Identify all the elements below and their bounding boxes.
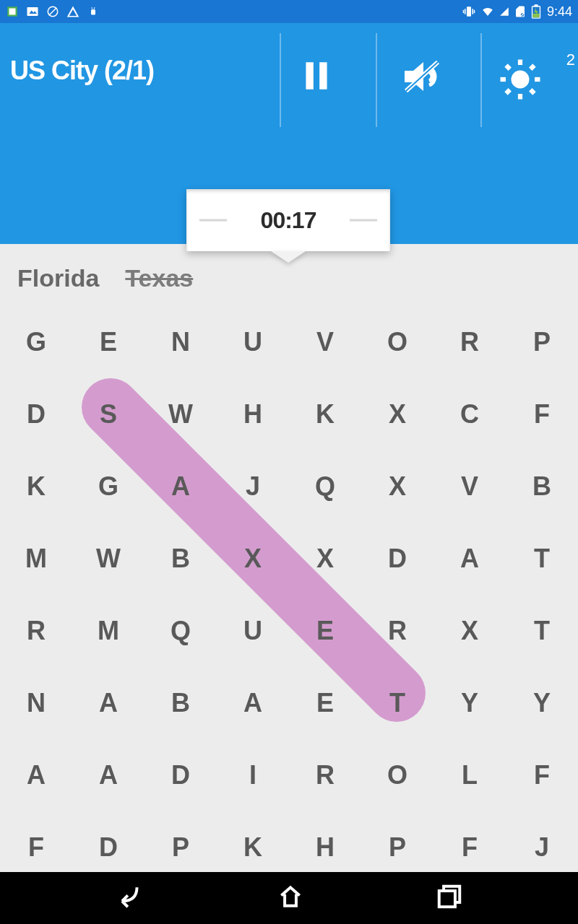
grid-cell[interactable]: H: [217, 378, 289, 450]
grid-cell[interactable]: Y: [434, 667, 506, 739]
status-left: [6, 5, 100, 18]
grid-cell[interactable]: D: [361, 523, 434, 595]
battery-icon: [531, 4, 541, 19]
timer-decoration: [350, 219, 377, 222]
svg-rect-21: [306, 62, 313, 90]
debug-icon: [6, 5, 19, 18]
vibrate-icon: [462, 5, 476, 18]
grid-cell[interactable]: N: [144, 306, 217, 378]
grid-cell[interactable]: T: [506, 523, 578, 595]
svg-line-5: [49, 8, 57, 16]
grid-cell[interactable]: L: [434, 739, 506, 811]
timer-value: 00:17: [261, 207, 316, 234]
grid-cell[interactable]: C: [434, 378, 506, 450]
grid-cell[interactable]: W: [72, 523, 144, 595]
timer-card: 00:17: [186, 189, 390, 251]
grid-cell[interactable]: F: [506, 378, 578, 450]
grid-cell[interactable]: X: [361, 378, 434, 450]
grid-cell[interactable]: R: [289, 739, 361, 811]
svg-marker-14: [500, 7, 509, 16]
svg-rect-12: [463, 10, 465, 14]
grid-cell[interactable]: E: [72, 306, 144, 378]
grid-row: NABAETYY: [0, 667, 578, 739]
svg-rect-10: [465, 9, 466, 14]
grid-cell[interactable]: O: [361, 306, 434, 378]
svg-rect-9: [467, 6, 471, 17]
grid-cell[interactable]: B: [506, 450, 578, 523]
timer-decoration: [199, 219, 227, 222]
grid-cell[interactable]: Y: [506, 667, 578, 739]
pause-button[interactable]: [298, 58, 342, 101]
svg-rect-18: [535, 5, 538, 6]
grid-cell[interactable]: A: [72, 739, 144, 811]
recent-apps-button[interactable]: [435, 883, 464, 913]
brightness-button[interactable]: [499, 58, 542, 101]
mute-button[interactable]: [402, 58, 445, 101]
word-item: Texas: [125, 264, 193, 292]
grid-cell[interactable]: U: [217, 306, 289, 378]
sd-card-icon: [514, 5, 527, 18]
android-debug-icon: [87, 5, 100, 18]
back-button[interactable]: [114, 883, 146, 913]
home-button[interactable]: [276, 883, 305, 913]
grid-cell[interactable]: R: [0, 595, 72, 667]
svg-rect-22: [319, 62, 327, 90]
android-status-bar: 9:44: [0, 0, 578, 23]
svg-rect-13: [474, 10, 475, 14]
image-icon: [26, 5, 39, 18]
grid-cell[interactable]: G: [0, 306, 72, 378]
grid-row: GENUVORP: [0, 306, 578, 378]
grid-cell[interactable]: X: [434, 595, 506, 667]
grid-cell[interactable]: B: [144, 667, 217, 739]
grid-cell[interactable]: Q: [144, 595, 217, 667]
grid-cell[interactable]: V: [434, 450, 506, 523]
grid-row: AADIROLF: [0, 739, 578, 811]
grid-cell[interactable]: R: [434, 306, 506, 378]
grid-cell[interactable]: M: [72, 595, 144, 667]
separator: [376, 33, 377, 127]
grid-cell[interactable]: O: [361, 739, 434, 811]
hint-count-badge: 2: [566, 51, 575, 69]
status-right: 9:44: [462, 4, 572, 19]
grid-row: KGAJQXVB: [0, 450, 578, 523]
grid-cell[interactable]: P: [506, 306, 578, 378]
grid-cell[interactable]: A: [0, 739, 72, 811]
svg-line-33: [506, 90, 510, 93]
svg-rect-6: [91, 9, 95, 15]
letter-grid[interactable]: GENUVORPDSWHKXCFKGAJQXVBMWBXXDATRMQUERXT…: [0, 306, 578, 884]
wifi-icon: [480, 5, 495, 18]
svg-line-32: [530, 90, 534, 93]
separator: [280, 33, 281, 127]
grid-cell[interactable]: V: [289, 306, 361, 378]
grid-cell[interactable]: K: [289, 378, 361, 450]
no-entry-icon: [46, 5, 59, 18]
grid-cell[interactable]: M: [0, 523, 72, 595]
grid-cell[interactable]: F: [506, 739, 578, 811]
grid-cell[interactable]: D: [0, 378, 72, 450]
grid-cell[interactable]: X: [361, 450, 434, 523]
status-time: 9:44: [547, 4, 572, 19]
signal-icon: [499, 6, 509, 17]
warning-icon: [66, 5, 79, 18]
svg-line-34: [530, 66, 534, 69]
grid-cell[interactable]: A: [217, 667, 289, 739]
grid-cell[interactable]: K: [0, 450, 72, 523]
grid-cell[interactable]: Q: [289, 450, 361, 523]
puzzle-title: US City (2/1): [10, 56, 154, 86]
grid-cell[interactable]: I: [217, 739, 289, 811]
grid-cell[interactable]: D: [144, 739, 217, 811]
svg-rect-11: [472, 9, 473, 14]
game-area: FloridaTexas GENUVORPDSWHKXCFKGAJQXVBMWB…: [0, 244, 578, 872]
grid-cell[interactable]: A: [72, 667, 144, 739]
svg-rect-1: [9, 9, 16, 15]
svg-line-31: [506, 66, 510, 69]
grid-cell[interactable]: T: [506, 595, 578, 667]
separator: [480, 33, 482, 127]
grid-cell[interactable]: N: [0, 667, 72, 739]
android-nav-bar: [0, 872, 578, 924]
word-item: Florida: [17, 264, 99, 292]
svg-rect-35: [439, 891, 455, 907]
svg-point-26: [512, 71, 530, 89]
grid-cell[interactable]: A: [434, 523, 506, 595]
